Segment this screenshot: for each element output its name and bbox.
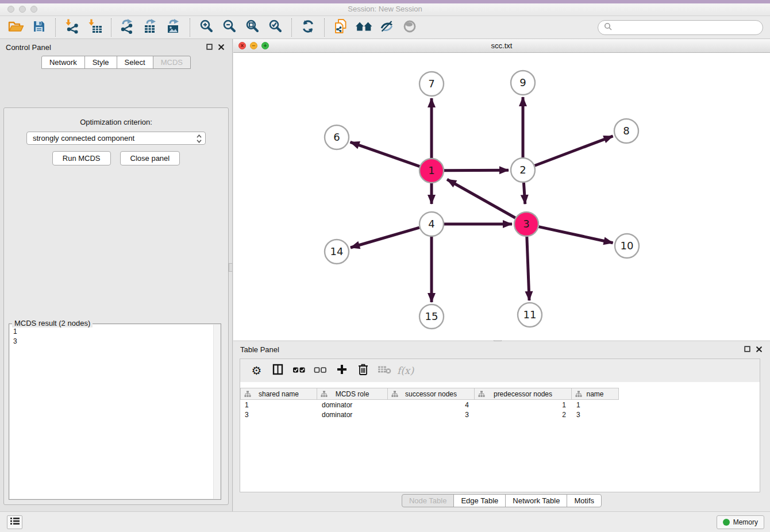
column-header-mcds-role[interactable]: MCDS role	[317, 388, 388, 400]
float-panel-icon[interactable]	[744, 345, 750, 354]
graph-edge-2-8[interactable]	[535, 136, 613, 165]
function-builder-button[interactable]: f(x)	[395, 361, 416, 380]
minimize-view-button[interactable]: −	[250, 42, 257, 49]
export-table-button[interactable]	[139, 18, 162, 37]
select-all-rows-button[interactable]	[288, 361, 310, 380]
graph-node-9[interactable]: 9	[511, 71, 535, 95]
network-overview-button[interactable]	[352, 18, 375, 37]
export-image-button[interactable]	[162, 18, 185, 37]
zoom-view-button[interactable]: +	[261, 42, 269, 49]
show-column-button[interactable]	[267, 361, 288, 380]
open-session-button[interactable]	[5, 18, 28, 37]
tab-style[interactable]: Style	[84, 56, 117, 69]
duplicate-network-button[interactable]	[329, 18, 352, 37]
network-window-controls: ×−+	[238, 42, 269, 49]
import-network-button[interactable]	[60, 18, 83, 37]
tab-select[interactable]: Select	[117, 56, 153, 69]
column-header-successor-nodes[interactable]: successor nodes	[388, 388, 475, 400]
graph-node-4[interactable]: 4	[419, 212, 444, 236]
table-row[interactable]: 1dominator411	[240, 400, 760, 410]
search-box[interactable]	[598, 20, 763, 35]
memory-button[interactable]: Memory	[717, 515, 764, 529]
graph-node-10[interactable]: 10	[615, 234, 639, 258]
close-panel-button[interactable]: Close panel	[120, 151, 180, 165]
tab-mcds[interactable]: MCDS	[153, 56, 191, 69]
tab-motifs[interactable]: Motifs	[567, 494, 602, 507]
close-panel-icon[interactable]	[218, 43, 224, 52]
graph-edge-3-10[interactable]	[538, 227, 613, 243]
graph-edge-1-2[interactable]	[444, 170, 509, 171]
graph-node-8[interactable]: 8	[614, 119, 638, 143]
graph-node-1[interactable]: 1	[419, 159, 444, 183]
control-panel-tabs: NetworkStyleSelectMCDS	[0, 56, 232, 69]
graph-edge-2-3[interactable]	[523, 183, 525, 204]
column-label: name	[586, 390, 603, 398]
destroy-table-button[interactable]	[374, 361, 395, 380]
column-header-shared-name[interactable]: shared name	[240, 388, 317, 400]
delete-row-button[interactable]	[352, 361, 374, 380]
columns-icon	[272, 364, 284, 377]
cell: 2	[475, 411, 572, 419]
column-sort-icon	[321, 391, 328, 399]
refresh-view-button[interactable]	[297, 18, 319, 37]
column-header-name[interactable]: name	[572, 388, 619, 400]
graph-node-15[interactable]: 15	[419, 304, 444, 329]
table-toolbar: ⚙ f(x)	[240, 359, 760, 382]
graph-edge-1-6[interactable]	[351, 142, 420, 166]
close-panel-icon[interactable]	[756, 345, 762, 354]
float-panel-icon[interactable]	[206, 43, 213, 52]
toggle-graphics-details-button[interactable]	[375, 18, 398, 37]
task-history-button[interactable]	[7, 515, 22, 529]
add-row-button[interactable]	[331, 361, 352, 380]
tab-node-table[interactable]: Node Table	[402, 494, 455, 507]
zoom-selected-button[interactable]	[264, 18, 287, 37]
unchecked-boxes-icon	[314, 365, 327, 376]
export-network-button[interactable]	[116, 18, 139, 37]
graph-node-6[interactable]: 6	[325, 125, 349, 149]
graph-node-7[interactable]: 7	[419, 72, 444, 96]
table-options-button[interactable]: ⚙	[246, 361, 267, 380]
tab-edge-table[interactable]: Edge Table	[453, 494, 506, 507]
table-row[interactable]: 3dominator323	[240, 410, 760, 419]
table-header-row: shared nameMCDS rolesuccessor nodesprede…	[240, 388, 760, 400]
graph-edge-3-11[interactable]	[527, 237, 529, 300]
vertical-splitter-handle[interactable]	[229, 263, 233, 272]
window-title: Session: New Session	[0, 5, 770, 13]
criterion-select[interactable]: strongly connected component	[26, 132, 206, 145]
save-session-button[interactable]	[28, 18, 51, 37]
svg-text:8: 8	[623, 125, 629, 137]
svg-text:10: 10	[621, 240, 634, 252]
unselect-all-rows-button[interactable]	[310, 361, 331, 380]
network-canvas[interactable]: 1234678910111415	[233, 53, 770, 340]
graph-edge-4-14[interactable]	[351, 228, 419, 248]
column-sort-icon	[478, 391, 485, 399]
import-table-button[interactable]	[83, 18, 106, 37]
graph-edge-3-1[interactable]	[447, 179, 515, 218]
search-input[interactable]	[615, 23, 757, 33]
column-sort-icon	[244, 391, 251, 399]
export-table-icon	[143, 18, 159, 36]
zoom-out-button[interactable]	[218, 18, 241, 37]
network-window-titlebar[interactable]: ×−+ scc.txt	[233, 39, 770, 53]
search-icon	[604, 22, 612, 33]
network-canvas-svg: 1234678910111415	[233, 53, 770, 340]
svg-text:15: 15	[425, 310, 438, 322]
run-mcds-button[interactable]: Run MCDS	[52, 151, 111, 165]
graph-node-11[interactable]: 11	[518, 303, 542, 327]
birdseye-view-button[interactable]	[398, 18, 421, 37]
zoom-fit-button[interactable]	[241, 18, 264, 37]
graph-node-2[interactable]: 2	[511, 158, 535, 182]
zoom-in-button[interactable]	[195, 18, 218, 37]
graph-node-3[interactable]: 3	[514, 212, 538, 236]
tab-network-table[interactable]: Network Table	[505, 494, 567, 507]
refresh-icon	[301, 19, 315, 36]
svg-text:4: 4	[428, 218, 434, 230]
graph-node-14[interactable]: 14	[325, 240, 349, 264]
mcds-result-text[interactable]: 1 3	[10, 325, 220, 499]
tab-network[interactable]: Network	[41, 56, 85, 69]
column-header-predecessor-nodes[interactable]: predecessor nodes	[475, 388, 572, 400]
application-window: Session: New Session	[0, 0, 770, 532]
result-scrollbar[interactable]	[213, 325, 220, 499]
cell: 3	[572, 411, 619, 419]
close-view-button[interactable]: ×	[238, 42, 246, 49]
